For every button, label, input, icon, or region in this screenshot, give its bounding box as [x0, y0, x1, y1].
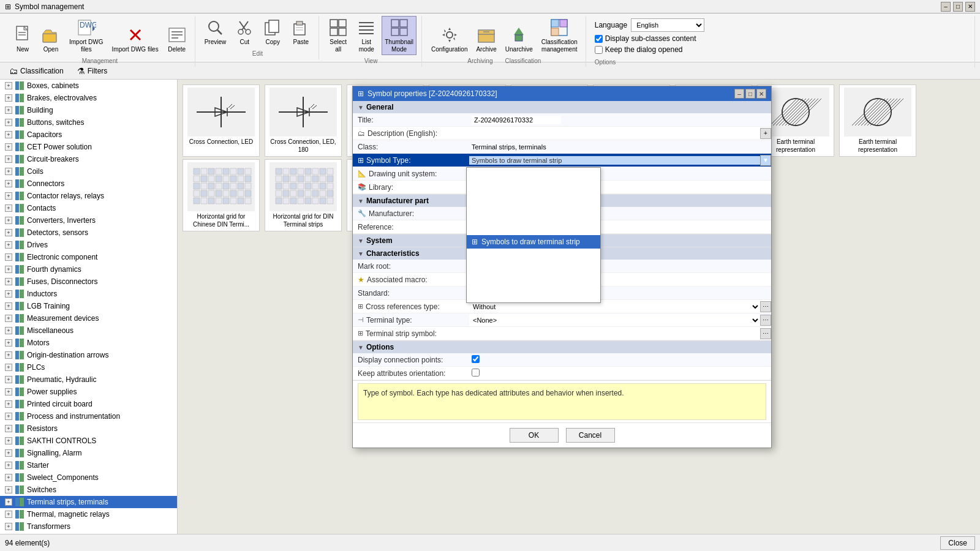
configuration-button[interactable]: Configuration [428, 23, 470, 55]
dropdown-item-cross-ref[interactable]: ⊞ Symbols for cross references [467, 249, 600, 262]
open-button[interactable]: Open [38, 23, 64, 55]
dropdown-item-terminal[interactable]: ⊣ Terminal symbols [467, 208, 600, 222]
expand-icon-3[interactable]: + [5, 119, 12, 126]
expand-icon-17[interactable]: + [5, 290, 12, 298]
import-dwg-button[interactable]: DWG Import DWG files [66, 16, 107, 55]
expand-icon-27[interactable]: + [5, 413, 12, 420]
expand-icon-24[interactable]: + [5, 376, 12, 383]
cross-ref-type-expand-btn[interactable]: ⋯ [760, 301, 771, 312]
sidebar-item-30[interactable]: +Signalling, Alarm [0, 447, 177, 459]
sidebar-item-4[interactable]: +Capacitors [0, 129, 177, 141]
expand-icon-5[interactable]: + [5, 143, 12, 151]
sidebar-item-35[interactable]: +Thermal, magnetic relays [0, 508, 177, 520]
sidebar-item-5[interactable]: +CET Power solution [0, 141, 177, 153]
expand-icon-28[interactable]: + [5, 425, 12, 432]
sidebar-item-28[interactable]: +Resistors [0, 422, 177, 435]
expand-icon-7[interactable]: + [5, 168, 12, 175]
sidebar-item-26[interactable]: +Printed circuit board [0, 398, 177, 410]
keep-dialog-checkbox[interactable] [595, 46, 603, 54]
sidebar-item-20[interactable]: +Miscellaneous [0, 324, 177, 337]
sidebar-item-22[interactable]: +Origin-destination arrows [0, 349, 177, 361]
expand-icon-32[interactable]: + [5, 474, 12, 481]
dialog-close-btn[interactable]: ✕ [756, 89, 766, 99]
sidebar-item-3[interactable]: +Buttons, switches [0, 116, 177, 129]
close-button[interactable]: ✕ [965, 2, 975, 12]
dropdown-item-blackbox[interactable]: □ Black box symbols [467, 195, 600, 208]
paste-button[interactable]: Paste [288, 16, 314, 48]
sidebar-item-1[interactable]: +Brakes, electrovalves [0, 92, 177, 104]
sidebar-item-25[interactable]: +Power supplies [0, 386, 177, 398]
terminal-strip-symbol-expand-btn[interactable]: ⋯ [760, 328, 771, 339]
sidebar-item-34[interactable]: +Terminal strips, terminals [0, 496, 177, 508]
expand-icon-31[interactable]: + [5, 462, 12, 469]
copy-button[interactable]: Copy [260, 16, 285, 48]
display-connection-checkbox[interactable] [472, 355, 480, 363]
sidebar-item-29[interactable]: +SAKTHI CONTROLS [0, 435, 177, 447]
sidebar-item-21[interactable]: +Motors [0, 337, 177, 349]
dialog-maximize-btn[interactable]: □ [745, 89, 755, 99]
expand-icon-34[interactable]: + [5, 498, 12, 506]
sidebar-item-19[interactable]: +Measurement devices [0, 312, 177, 324]
sidebar-item-6[interactable]: +Circuit-breakers [0, 153, 177, 165]
expand-icon-4[interactable]: + [5, 131, 12, 138]
expand-icon-0[interactable]: + [5, 82, 12, 89]
unarchive-button[interactable]: Unarchive [502, 23, 536, 55]
options-section-header[interactable]: ▼ Options [353, 341, 771, 353]
preview-button[interactable]: Preview [202, 16, 230, 48]
sidebar-item-7[interactable]: +Coils [0, 165, 177, 178]
keep-attributes-checkbox[interactable] [472, 369, 480, 377]
expand-icon-26[interactable]: + [5, 400, 12, 408]
ok-button[interactable]: OK [510, 428, 559, 443]
delete-button[interactable]: Import DWG files [109, 23, 162, 55]
description-add-btn[interactable]: + [760, 128, 771, 139]
expand-icon-29[interactable]: + [5, 437, 12, 444]
sidebar-item-18[interactable]: +LGB Training [0, 300, 177, 312]
dropdown-item-plc[interactable]: ⊞ Symbols for PLC drawing [467, 262, 600, 276]
cancel-button[interactable]: Cancel [566, 428, 615, 443]
expand-icon-16[interactable]: + [5, 278, 12, 285]
expand-icon-1[interactable]: + [5, 94, 12, 102]
expand-icon-36[interactable]: + [5, 523, 12, 530]
expand-icon-33[interactable]: + [5, 486, 12, 493]
new-button[interactable]: New [10, 23, 36, 55]
terminal-type-expand-btn[interactable]: ⋯ [760, 315, 771, 326]
list-mode-button[interactable]: List mode [353, 16, 379, 55]
sidebar-item-0[interactable]: +Boxes, cabinets [0, 80, 177, 92]
expand-icon-13[interactable]: + [5, 241, 12, 249]
properties-button[interactable]: Delete [164, 23, 190, 55]
sidebar-item-17[interactable]: +Inductors [0, 288, 177, 300]
expand-icon-11[interactable]: + [5, 217, 12, 224]
sidebar-item-32[interactable]: +Swelect_Components [0, 471, 177, 484]
cut-button[interactable]: Cut [232, 16, 257, 48]
sidebar-item-24[interactable]: +Pneumatic, Hydraulic [0, 373, 177, 386]
symbol-type-dropdown-btn[interactable]: ▼ [760, 155, 771, 166]
sidebar-item-37[interactable]: +Wire and terminations [0, 533, 177, 534]
dropdown-item-cable[interactable]: ⊞ Cable labels [467, 289, 600, 302]
symbol-type-input[interactable] [469, 156, 760, 165]
display-subclasses-checkbox[interactable] [595, 35, 603, 43]
expand-icon-6[interactable]: + [5, 156, 12, 163]
expand-icon-22[interactable]: + [5, 351, 12, 359]
classification-button[interactable]: Classification management [538, 16, 581, 55]
sidebar-item-10[interactable]: +Contacts [0, 202, 177, 214]
sidebar-item-23[interactable]: +PLCs [0, 361, 177, 373]
terminal-type-select[interactable]: <None> [469, 314, 760, 326]
title-input[interactable] [472, 116, 561, 124]
expand-icon-35[interactable]: + [5, 511, 12, 518]
expand-icon-8[interactable]: + [5, 180, 12, 187]
classification-filter-btn[interactable]: 🗂 Classification [5, 64, 68, 78]
sidebar-item-27[interactable]: +Process and instrumentation [0, 410, 177, 422]
sidebar-item-33[interactable]: +Switches [0, 484, 177, 496]
archive-button[interactable]: Archive [473, 23, 499, 55]
thumbnail-mode-button[interactable]: Thumbnail Mode [382, 16, 417, 55]
sidebar-item-36[interactable]: +Transformers [0, 520, 177, 533]
expand-icon-30[interactable]: + [5, 449, 12, 457]
general-section-header[interactable]: ▼ General [353, 101, 771, 113]
sidebar-item-14[interactable]: +Electronic component [0, 251, 177, 263]
expand-icon-14[interactable]: + [5, 253, 12, 261]
filters-btn[interactable]: ⚗ Filters [73, 64, 112, 78]
description-input[interactable] [469, 129, 760, 138]
expand-icon-12[interactable]: + [5, 229, 12, 236]
dropdown-item-terminal-strip[interactable]: ⊞ Symbols to draw terminal strip [467, 235, 600, 249]
terminal-strip-symbol-input[interactable] [469, 329, 760, 338]
